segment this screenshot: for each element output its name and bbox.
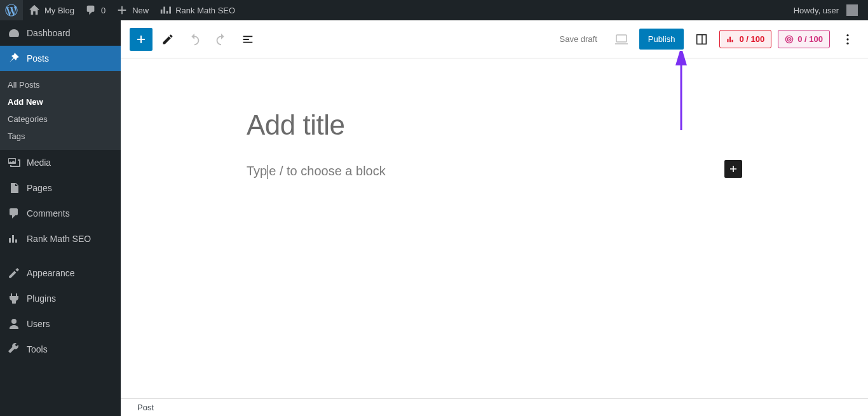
seo-score-text: 0 / 100 [739, 34, 764, 44]
wrench-icon [8, 343, 20, 356]
site-name-link[interactable]: My Blog [23, 0, 79, 20]
admin-bar: My Blog 0 New Rank Math SEO Howdy, user [0, 0, 868, 20]
wp-logo[interactable] [0, 0, 23, 20]
menu-posts[interactable]: Posts [0, 46, 121, 71]
menu-appearance[interactable]: Appearance [0, 260, 121, 286]
menu-comments-label: Comments [27, 208, 70, 218]
menu-media[interactable]: Media [0, 150, 121, 175]
home-icon [28, 4, 41, 17]
menu-media-label: Media [27, 158, 51, 168]
menu-rankmath-label: Rank Math SEO [27, 234, 91, 244]
publish-button[interactable]: Publish [639, 29, 684, 50]
seo-score-badge[interactable]: 0 / 100 [719, 30, 771, 48]
menu-pages[interactable]: Pages [0, 175, 121, 201]
svg-point-7 [846, 38, 848, 40]
menu-users[interactable]: Users [0, 311, 121, 337]
avatar [846, 4, 858, 16]
redo-button[interactable] [210, 28, 233, 51]
rankmath-adminbar-label: Rank Math SEO [175, 6, 235, 15]
media-icon [8, 156, 20, 169]
menu-plugins[interactable]: Plugins [0, 286, 121, 311]
brush-icon [8, 267, 20, 279]
settings-sidebar-toggle[interactable] [690, 28, 713, 51]
posts-submenu: All Posts Add New Categories Tags [0, 71, 121, 150]
content-ai-badge[interactable]: 0 / 100 [778, 30, 830, 48]
chart-icon [159, 4, 172, 17]
menu-comments[interactable]: Comments [0, 201, 121, 226]
plus-icon [116, 4, 128, 17]
menu-tools-label: Tools [27, 344, 48, 354]
editor-canvas[interactable]: Add title Type / to choose a block [121, 58, 868, 416]
save-draft-button[interactable]: Save draft [553, 30, 604, 48]
ai-target-icon [785, 35, 794, 44]
tools-toggle-button[interactable] [156, 28, 179, 51]
new-label: New [132, 6, 149, 15]
comments-count: 0 [101, 6, 105, 15]
sub-categories[interactable]: Categories [0, 111, 121, 128]
menu-dashboard[interactable]: Dashboard [0, 20, 121, 46]
undo-button[interactable] [183, 28, 206, 51]
menu-dashboard-label: Dashboard [27, 28, 71, 38]
site-name-text: My Blog [44, 6, 74, 15]
breadcrumb-text: Post [137, 403, 154, 412]
svg-rect-0 [616, 35, 627, 42]
svg-point-8 [846, 42, 848, 44]
menu-appearance-label: Appearance [27, 268, 75, 278]
sub-add-new[interactable]: Add New [0, 93, 121, 111]
plug-icon [8, 292, 20, 305]
svg-point-6 [846, 34, 848, 36]
comment-icon [85, 4, 97, 17]
block-placeholder[interactable]: Type / to choose a block [247, 164, 742, 179]
block-inserter-button[interactable] [130, 28, 153, 51]
post-title-input[interactable]: Add title [247, 109, 742, 141]
preview-button[interactable] [610, 28, 633, 51]
dashboard-icon [8, 27, 20, 39]
admin-sidebar: Dashboard Posts All Posts Add New Catego… [0, 20, 121, 416]
content-ai-score-text: 0 / 100 [797, 34, 823, 44]
howdy-text: Howdy, user [794, 6, 839, 15]
rankmath-adminbar-link[interactable]: Rank Math SEO [154, 0, 240, 20]
document-overview-button[interactable] [236, 28, 259, 51]
comments-link[interactable]: 0 [79, 0, 111, 20]
svg-rect-1 [697, 34, 707, 44]
rankmath-icon [8, 232, 20, 245]
menu-tools[interactable]: Tools [0, 337, 121, 362]
menu-rankmath[interactable]: Rank Math SEO [0, 226, 121, 252]
page-icon [8, 182, 20, 194]
menu-users-label: Users [27, 319, 50, 329]
body-text-suffix: e / to choose a block [269, 164, 385, 178]
menu-posts-label: Posts [27, 53, 49, 64]
sub-tags[interactable]: Tags [0, 128, 121, 145]
options-menu-button[interactable] [836, 28, 859, 51]
wordpress-icon [5, 4, 18, 17]
editor-main: Save draft Publish 0 / 100 0 / 100 Add t… [121, 20, 868, 416]
menu-plugins-label: Plugins [27, 293, 56, 304]
add-block-button[interactable] [724, 160, 742, 178]
sub-all-posts[interactable]: All Posts [0, 76, 121, 93]
comments-icon [8, 207, 20, 220]
pin-icon [8, 52, 20, 65]
my-account-link[interactable]: Howdy, user [789, 0, 863, 20]
block-breadcrumb[interactable]: Post [121, 398, 868, 416]
new-content-link[interactable]: New [111, 0, 154, 20]
user-icon [8, 318, 20, 330]
editor-header: Save draft Publish 0 / 100 0 / 100 [121, 20, 868, 58]
menu-pages-label: Pages [27, 183, 52, 193]
seo-chart-icon [726, 35, 735, 44]
body-text-prefix: Typ [247, 164, 267, 178]
svg-point-5 [789, 38, 790, 39]
